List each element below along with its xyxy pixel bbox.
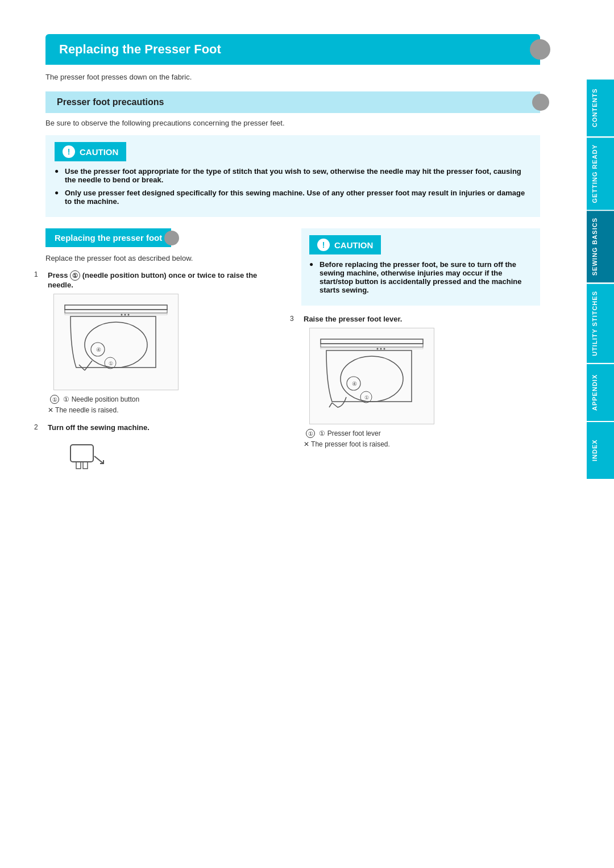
sidebar-tab-utility-stitches[interactable]: UTILITY STITCHES [587,284,614,363]
step1-result: ✕ The needle is raised. [48,406,284,414]
page-container: CONTENTS GETTING READY SEWING BASICS UTI… [0,34,614,868]
caution-icon: ! [63,145,75,158]
svg-point-6 [85,322,147,368]
two-column-layout: Replacing the presser foot Replace the p… [45,228,540,491]
caption-circle-1: ① [50,395,59,404]
sidebar-tab-contents[interactable]: CONTENTS [587,80,614,136]
caution-box-right: ! CAUTION Before replacing the presser f… [301,228,540,306]
caution-label: CAUTION [80,147,118,157]
sub-section-label: Replacing the presser foot [55,233,162,243]
main-content: Replacing the Presser Foot The presser f… [45,34,540,491]
svg-point-19 [384,348,385,350]
svg-rect-15 [321,344,423,347]
step-number-3: 3 [290,315,294,323]
step-2-text: Turn off the sewing machine. [48,423,284,432]
svg-point-5 [128,314,130,316]
machine-illustration-step1: ④ ① [53,294,179,390]
svg-rect-12 [76,462,81,469]
svg-text:④: ④ [96,347,101,353]
step-intro: Replace the presser foot as described be… [45,254,284,262]
col-left: Replacing the presser foot Replace the p… [45,228,284,491]
step-1-content: Press ① (needle position button) once or… [45,270,284,414]
sidebar-tab-getting-ready[interactable]: GETTING READY [587,137,614,210]
svg-rect-14 [321,339,423,344]
step-number-2: 2 [34,423,38,431]
step-3-text: Raise the presser foot lever. [304,315,540,323]
caution-item-2: Only use presser feet designed specifica… [55,189,531,206]
section-header-precautions: Presser foot precautions [45,91,540,113]
caption-step1-1: ① ① Needle position button [48,395,284,404]
svg-text:①: ① [109,361,113,366]
step3-result: ✕ The presser foot is raised. [304,440,540,448]
caption-step3-1: ① ① Presser foot lever [304,429,540,438]
section-header-precautions-label: Presser foot precautions [57,97,164,107]
step-1: 1 Press ① (needle position button) once … [45,270,284,414]
sidebar-tab-sewing-basics[interactable]: SEWING BASICS [587,211,614,282]
svg-rect-13 [83,462,88,469]
sub-section-header-replacing: Replacing the presser foot [45,228,171,247]
step-number-1: 1 [34,270,38,278]
machine-illustration-step3: ④ ① [309,328,434,424]
svg-point-20 [341,356,403,402]
step-2: 2 Turn off the sewing machine. [45,423,284,482]
svg-point-4 [125,314,126,316]
sidebar-tab-appendix[interactable]: APPENDIX [587,364,614,421]
step-1-text: Press ① (needle position button) once or… [48,270,284,289]
step-2-content: Turn off the sewing machine. [45,423,284,482]
sidebar-tabs: CONTENTS GETTING READY SEWING BASICS UTI… [587,80,614,479]
svg-text:④: ④ [352,381,357,387]
svg-rect-0 [65,305,167,310]
caution-right-item-1: Before replacing the presser foot, be su… [309,260,532,294]
caution-box-precautions: ! CAUTION Use the presser foot appropria… [45,135,540,217]
sidebar-tab-index[interactable]: INDEX [587,422,614,479]
caution-label-right: CAUTION [334,240,373,250]
section-intro-precautions: Be sure to observe the following precaut… [45,119,540,127]
step-3-content: Raise the presser foot lever. [301,315,540,448]
svg-point-18 [380,348,382,350]
caution-header: ! CAUTION [55,142,126,161]
page-title-bar: Replacing the Presser Foot [45,34,540,65]
caution-list-right: Before replacing the presser foot, be su… [309,260,532,294]
col-right: ! CAUTION Before replacing the presser f… [301,228,540,491]
svg-point-17 [377,348,379,350]
page-title: Replacing the Presser Foot [59,42,221,57]
svg-text:①: ① [364,395,369,400]
machine-illustration-step2 [53,436,110,482]
svg-point-3 [121,314,123,316]
caution-item-1: Use the presser foot appropriate for the… [55,167,531,184]
intro-text: The presser foot presses down on the fab… [45,73,540,81]
svg-rect-1 [65,310,167,313]
caution-list: Use the presser foot appropriate for the… [55,167,531,206]
svg-rect-11 [70,445,93,462]
caution-icon-right: ! [317,239,330,251]
caption-circle-3: ① [306,429,315,438]
step-3: 3 Raise the presser foot lever. [301,315,540,448]
caution-header-right: ! CAUTION [309,235,381,254]
